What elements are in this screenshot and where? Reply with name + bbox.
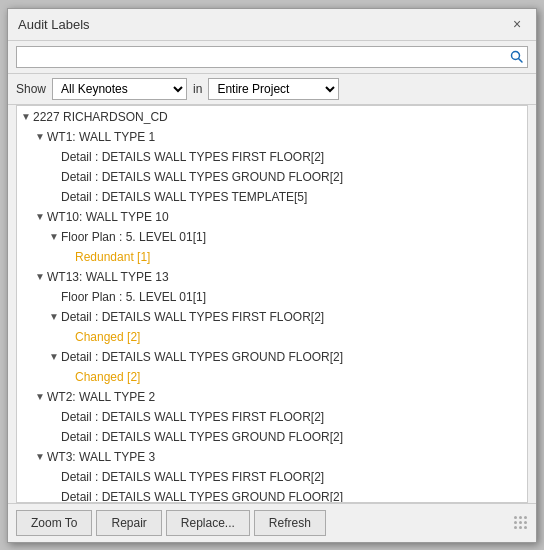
- search-input[interactable]: [16, 46, 528, 68]
- tree-row[interactable]: Detail : DETAILS WALL TYPES FIRST FLOOR[…: [45, 147, 527, 167]
- tree-node-label: WT1: WALL TYPE 1: [47, 130, 155, 144]
- refresh-button[interactable]: Refresh: [254, 510, 326, 536]
- in-label: in: [193, 82, 202, 96]
- tree-row[interactable]: Detail : DETAILS WALL TYPES FIRST FLOOR[…: [45, 467, 527, 487]
- expand-icon[interactable]: ▼: [19, 110, 33, 124]
- grip-dot: [524, 516, 527, 519]
- filter-row: Show All Keynotes Placed Keynotes Unplac…: [8, 74, 536, 105]
- list-item: Detail : DETAILS WALL TYPES FIRST FLOOR[…: [45, 407, 527, 447]
- grip-dot: [524, 521, 527, 524]
- tree-node-label: WT10: WALL TYPE 10: [47, 210, 169, 224]
- redundant-label: Redundant [1]: [75, 250, 150, 264]
- grip-dot: [524, 526, 527, 529]
- search-toolbar: [8, 41, 536, 74]
- svg-line-1: [519, 58, 523, 62]
- replace-button[interactable]: Replace...: [166, 510, 250, 536]
- tree-row[interactable]: ▼ Detail : DETAILS WALL TYPES FIRST FLOO…: [45, 307, 527, 327]
- tree-row[interactable]: Detail : DETAILS WALL TYPES GROUND FLOOR…: [45, 167, 527, 187]
- tree-leaf-label: Detail : DETAILS WALL TYPES GROUND FLOOR…: [61, 490, 343, 503]
- tree-leaf-label: Detail : DETAILS WALL TYPES FIRST FLOOR[…: [61, 410, 324, 424]
- tree-container[interactable]: ▼ 2227 RICHARDSON_CD ▼ WT1: WALL TYPE 1 …: [16, 105, 528, 503]
- search-icon-button[interactable]: [508, 48, 526, 66]
- tree-node-label: 2227 RICHARDSON_CD: [33, 110, 168, 124]
- list-item: Changed [2]: [59, 327, 527, 347]
- tree-node-label: WT13: WALL TYPE 13: [47, 270, 169, 284]
- expand-icon[interactable]: ▼: [33, 130, 47, 144]
- show-select[interactable]: All Keynotes Placed Keynotes Unplaced Ke…: [52, 78, 187, 100]
- tree-node-label: WT2: WALL TYPE 2: [47, 390, 155, 404]
- list-item: Changed [2]: [59, 367, 527, 387]
- tree-row[interactable]: ▼ WT13: WALL TYPE 13: [31, 267, 527, 287]
- expand-icon[interactable]: ▼: [33, 390, 47, 404]
- tree-leaf-label: Detail : DETAILS WALL TYPES FIRST FLOOR[…: [61, 470, 324, 484]
- tree-row[interactable]: Detail : DETAILS WALL TYPES GROUND FLOOR…: [45, 487, 527, 503]
- tree-row[interactable]: ▼ WT10: WALL TYPE 10: [31, 207, 527, 227]
- list-item: ▼ Floor Plan : 5. LEVEL 01[1] Redundant …: [45, 227, 527, 267]
- grip-dot: [519, 521, 522, 524]
- show-label: Show: [16, 82, 46, 96]
- list-item: Floor Plan : 5. LEVEL 01[1] ▼ Detail : D…: [45, 287, 527, 387]
- close-button[interactable]: ×: [508, 15, 526, 33]
- tree-leaf-label: Detail : DETAILS WALL TYPES FIRST FLOOR[…: [61, 150, 324, 164]
- tree-row[interactable]: Detail : DETAILS WALL TYPES FIRST FLOOR[…: [45, 407, 527, 427]
- tree-row[interactable]: ▼ Detail : DETAILS WALL TYPES GROUND FLO…: [45, 347, 527, 367]
- scope-select[interactable]: Entire Project Current View Selected Ele…: [208, 78, 339, 100]
- grip-dot: [519, 516, 522, 519]
- list-item: Detail : DETAILS WALL TYPES FIRST FLOOR[…: [45, 147, 527, 207]
- title-bar: Audit Labels ×: [8, 9, 536, 41]
- tree-leaf-label: Floor Plan : 5. LEVEL 01[1]: [61, 290, 206, 304]
- changed-label: Changed [2]: [75, 330, 140, 344]
- expand-icon[interactable]: ▼: [47, 310, 61, 324]
- repair-button[interactable]: Repair: [96, 510, 161, 536]
- tree-row[interactable]: ▼ WT2: WALL TYPE 2: [31, 387, 527, 407]
- tree-leaf-label: Detail : DETAILS WALL TYPES GROUND FLOOR…: [61, 170, 343, 184]
- audit-labels-dialog: Audit Labels × Show All Keynotes Placed …: [7, 8, 537, 543]
- grip-dot: [519, 526, 522, 529]
- tree-row[interactable]: Detail : DETAILS WALL TYPES GROUND FLOOR…: [45, 427, 527, 447]
- list-item: ▼ WT3: WALL TYPE 3 Detail : DETAILS WALL…: [31, 447, 527, 503]
- tree-leaf-label: Detail : DETAILS WALL TYPES GROUND FLOOR…: [61, 430, 343, 444]
- list-item: ▼ WT13: WALL TYPE 13 Floor Plan : 5. LEV…: [31, 267, 527, 387]
- list-item: ▼ WT2: WALL TYPE 2 Detail : DETAILS WALL…: [31, 387, 527, 447]
- expand-icon[interactable]: ▼: [33, 450, 47, 464]
- tree-row[interactable]: ▼ 2227 RICHARDSON_CD: [17, 107, 527, 127]
- expand-icon[interactable]: ▼: [33, 270, 47, 284]
- tree-row[interactable]: ▼ WT3: WALL TYPE 3: [31, 447, 527, 467]
- expand-icon[interactable]: ▼: [47, 350, 61, 364]
- tree-row[interactable]: Redundant [1]: [59, 247, 527, 267]
- tree-row[interactable]: Floor Plan : 5. LEVEL 01[1]: [45, 287, 527, 307]
- tree-node-label: Detail : DETAILS WALL TYPES FIRST FLOOR[…: [61, 310, 324, 324]
- list-item: Detail : DETAILS WALL TYPES FIRST FLOOR[…: [45, 467, 527, 503]
- dialog-footer: Zoom To Repair Replace... Refresh: [8, 503, 536, 542]
- grip-dot: [514, 526, 517, 529]
- grip-dot: [514, 521, 517, 524]
- list-item: ▼ 2227 RICHARDSON_CD ▼ WT1: WALL TYPE 1 …: [17, 106, 527, 503]
- tree-row[interactable]: ▼ Floor Plan : 5. LEVEL 01[1]: [45, 227, 527, 247]
- search-wrapper: [16, 46, 528, 68]
- tree-row[interactable]: ▼ WT1: WALL TYPE 1: [31, 127, 527, 147]
- tree-node-label: Detail : DETAILS WALL TYPES GROUND FLOOR…: [61, 350, 343, 364]
- tree-leaf-label: Detail : DETAILS WALL TYPES TEMPLATE[5]: [61, 190, 307, 204]
- tree-node-label: Floor Plan : 5. LEVEL 01[1]: [61, 230, 206, 244]
- tree-row[interactable]: Detail : DETAILS WALL TYPES TEMPLATE[5]: [45, 187, 527, 207]
- list-item: Redundant [1]: [59, 247, 527, 267]
- grip-dot: [514, 516, 517, 519]
- tree-row[interactable]: Changed [2]: [59, 327, 527, 347]
- expand-icon[interactable]: ▼: [47, 230, 61, 244]
- tree-row[interactable]: Changed [2]: [59, 367, 527, 387]
- zoom-to-button[interactable]: Zoom To: [16, 510, 92, 536]
- list-item: ▼ WT1: WALL TYPE 1 Detail : DETAILS WALL…: [31, 127, 527, 207]
- tree-node-label: WT3: WALL TYPE 3: [47, 450, 155, 464]
- resize-grip[interactable]: [514, 516, 528, 530]
- dialog-title: Audit Labels: [18, 17, 90, 32]
- search-icon: [510, 50, 524, 64]
- list-item: ▼ WT10: WALL TYPE 10 ▼ Floor Plan : 5. L…: [31, 207, 527, 267]
- changed-label: Changed [2]: [75, 370, 140, 384]
- expand-icon[interactable]: ▼: [33, 210, 47, 224]
